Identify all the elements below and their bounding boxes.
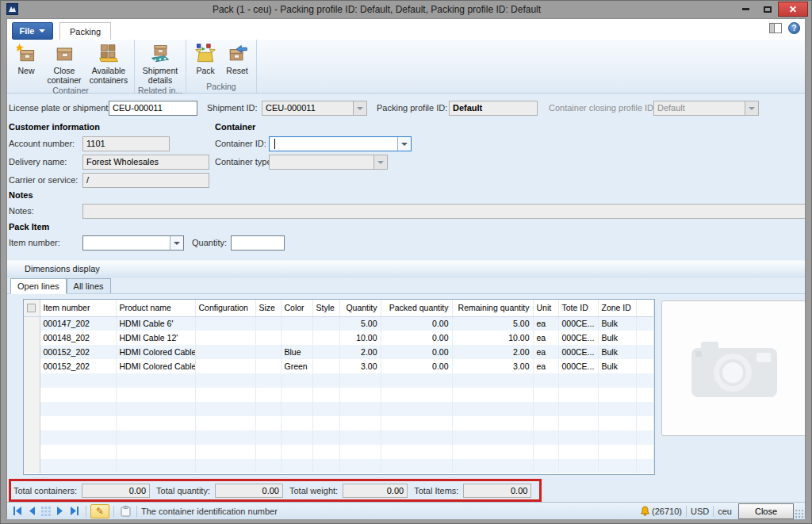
grid-cell[interactable]: 000CE... bbox=[558, 359, 598, 373]
grid-cell[interactable] bbox=[116, 402, 195, 416]
close-window-button[interactable]: ✕ bbox=[778, 2, 808, 17]
item-number-combo[interactable] bbox=[82, 235, 184, 251]
grid-cell[interactable] bbox=[533, 388, 558, 402]
grid-cell[interactable] bbox=[255, 388, 281, 402]
notifications-count[interactable]: (26710) bbox=[652, 507, 682, 516]
grid-cell[interactable] bbox=[116, 459, 195, 473]
grid-cell[interactable]: Blue bbox=[281, 345, 312, 359]
grid-cell[interactable] bbox=[339, 430, 381, 445]
grid-cell[interactable] bbox=[381, 416, 452, 430]
currency-indicator[interactable]: USD bbox=[691, 507, 709, 516]
grid-cell[interactable] bbox=[195, 388, 255, 402]
row-selector[interactable] bbox=[24, 430, 40, 445]
file-menu-button[interactable]: File bbox=[12, 22, 53, 40]
container-type-dropdown-arrow[interactable] bbox=[373, 155, 387, 169]
container-type-combo[interactable] bbox=[269, 155, 388, 170]
grid-cell[interactable] bbox=[598, 416, 636, 430]
grid-cell[interactable] bbox=[598, 388, 636, 402]
grid-cell[interactable] bbox=[255, 416, 281, 430]
grid-cell[interactable] bbox=[312, 359, 339, 373]
column-header[interactable]: Remaining quantity bbox=[452, 300, 533, 316]
grid-cell[interactable]: HDMI Cable 6' bbox=[116, 316, 195, 331]
grid-cell[interactable] bbox=[281, 459, 312, 473]
grid-cell[interactable] bbox=[381, 402, 452, 416]
column-header[interactable]: Size bbox=[255, 300, 281, 316]
tab-all-lines[interactable]: All lines bbox=[67, 278, 111, 293]
column-header[interactable]: Item number bbox=[40, 300, 116, 316]
attachments-button[interactable] bbox=[118, 504, 132, 518]
table-row[interactable]: 000147_202HDMI Cable 6'5.000.005.00ea000… bbox=[24, 316, 654, 331]
grid-cell[interactable] bbox=[558, 430, 598, 445]
row-selector[interactable] bbox=[24, 402, 40, 416]
grid-cell[interactable]: 0.00 bbox=[381, 345, 452, 359]
grid-cell[interactable]: ea bbox=[533, 345, 558, 359]
help-icon[interactable]: ? bbox=[788, 22, 800, 34]
grid-cell[interactable]: ea bbox=[533, 359, 558, 373]
column-header[interactable]: Zone ID bbox=[598, 300, 636, 316]
grid-cell[interactable] bbox=[339, 373, 381, 388]
grid-cell[interactable] bbox=[116, 430, 195, 445]
grid-cell[interactable] bbox=[255, 316, 281, 331]
grid-cell[interactable]: 3.00 bbox=[452, 359, 533, 373]
grid-cell[interactable] bbox=[381, 373, 452, 388]
grid-cell[interactable] bbox=[312, 416, 339, 430]
grid-cell[interactable] bbox=[281, 416, 312, 430]
grid-cell[interactable] bbox=[339, 459, 381, 473]
column-header[interactable]: Quantity bbox=[339, 300, 381, 316]
grid-cell[interactable] bbox=[598, 430, 636, 445]
notes-input[interactable] bbox=[82, 204, 805, 219]
grid-cell[interactable] bbox=[312, 373, 339, 388]
grid-cell[interactable]: HDMI Colored Cable 6' bbox=[116, 345, 195, 359]
grid-cell[interactable] bbox=[533, 373, 558, 388]
grid-cell[interactable] bbox=[195, 459, 255, 473]
grid-cell[interactable]: Bulk bbox=[598, 345, 636, 359]
grid-view-button[interactable] bbox=[39, 504, 53, 518]
grid-cell[interactable]: ea bbox=[533, 331, 558, 345]
carrier-input[interactable]: / bbox=[82, 173, 209, 188]
row-selector[interactable] bbox=[24, 459, 40, 473]
row-selector[interactable] bbox=[24, 373, 40, 388]
grid-cell[interactable] bbox=[40, 388, 116, 402]
grid-cell[interactable] bbox=[281, 402, 312, 416]
column-header[interactable]: Style bbox=[312, 300, 339, 316]
grid-cell[interactable] bbox=[40, 416, 116, 430]
table-row[interactable] bbox=[24, 373, 654, 388]
grid-cell[interactable] bbox=[40, 459, 116, 473]
tab-open-lines[interactable]: Open lines bbox=[10, 278, 67, 294]
grid-cell[interactable] bbox=[558, 445, 598, 459]
grid-cell[interactable] bbox=[195, 345, 255, 359]
row-selector[interactable] bbox=[24, 345, 40, 359]
grid-cell[interactable] bbox=[452, 459, 533, 473]
grid-cell[interactable]: 0.00 bbox=[381, 316, 452, 331]
grid-cell[interactable]: 000152_202 bbox=[40, 345, 116, 359]
grid-cell[interactable] bbox=[558, 373, 598, 388]
grid-cell[interactable] bbox=[339, 416, 381, 430]
grid-cell[interactable] bbox=[281, 430, 312, 445]
grid-cell[interactable] bbox=[40, 430, 116, 445]
grid-cell[interactable] bbox=[339, 388, 381, 402]
grid-cell[interactable] bbox=[452, 373, 533, 388]
grid-cell[interactable] bbox=[281, 331, 312, 345]
grid-cell[interactable]: 000152_202 bbox=[40, 359, 116, 373]
edit-mode-button[interactable]: ✎ bbox=[90, 504, 109, 518]
available-containers-button[interactable]: Available containers bbox=[86, 41, 131, 85]
grid-cell[interactable] bbox=[255, 402, 281, 416]
container-id-dropdown-arrow[interactable] bbox=[397, 137, 411, 151]
table-row[interactable]: 000152_202HDMI Colored Cable 6'Green3.00… bbox=[24, 359, 654, 373]
grid-cell[interactable]: Bulk bbox=[598, 316, 636, 331]
grid-cell[interactable] bbox=[255, 430, 281, 445]
tab-packing[interactable]: Packing bbox=[59, 22, 111, 40]
select-all-checkbox[interactable] bbox=[24, 300, 40, 316]
grid-cell[interactable] bbox=[312, 331, 339, 345]
grid-cell[interactable]: 2.00 bbox=[452, 345, 533, 359]
grid-cell[interactable] bbox=[598, 402, 636, 416]
grid-cell[interactable] bbox=[195, 331, 255, 345]
grid-cell[interactable]: 000CE... bbox=[558, 331, 598, 345]
grid-cell[interactable] bbox=[255, 359, 281, 373]
grid-cell[interactable] bbox=[116, 388, 195, 402]
grid-cell[interactable]: 000CE... bbox=[558, 345, 598, 359]
grid-cell[interactable] bbox=[312, 345, 339, 359]
pack-button[interactable]: Pack bbox=[190, 41, 221, 75]
grid-cell[interactable] bbox=[312, 430, 339, 445]
account-number-input[interactable]: 1101 bbox=[82, 136, 170, 151]
